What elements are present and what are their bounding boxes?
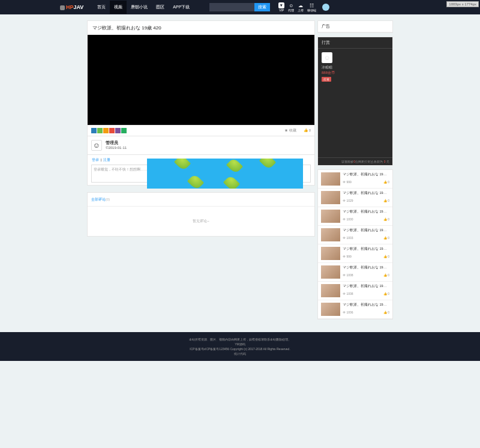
share-icon[interactable]: [115, 128, 121, 133]
comments-empty: 暂无评论~: [88, 207, 314, 236]
header-icon[interactable]: ☷移动端: [307, 2, 316, 12]
share-icon[interactable]: [91, 128, 97, 133]
view-count: 👁 1003: [343, 236, 353, 240]
like-count: 👍 0: [383, 273, 389, 277]
related-card: マジ軟派、初撮れおな 19歳 247👁 999👍 0マジ軟派、初撮れおな 19歳…: [317, 169, 393, 319]
nav-item[interactable]: APP下载: [169, 1, 194, 14]
search-input[interactable]: [209, 3, 254, 11]
author-card: 管理员 ©2019-01-11: [87, 136, 315, 155]
related-title: マジ軟派、初撮れおな 19歳 412: [343, 210, 389, 214]
logo-jav: JAV: [74, 4, 84, 10]
share-icon[interactable]: [121, 128, 127, 133]
related-thumb: [321, 228, 340, 241]
reward-footer: 该视频被0位网友打赏过,收获为 0 元: [318, 157, 392, 165]
related-item[interactable]: マジ軟派、初撮れおな 19歳 413👁 1003👍 0: [318, 226, 392, 244]
related-title: マジ軟派、初撮れおな 19歳 414: [343, 247, 389, 251]
side-ad-header: 广告: [318, 21, 392, 32]
like-count: 👍 0: [383, 255, 389, 258]
author-info: 管理员 ©2019-01-11: [106, 140, 127, 150]
view-count: 👁 1008: [343, 273, 353, 277]
ad-banner[interactable]: [147, 159, 303, 189]
nav-item[interactable]: 视频: [110, 1, 127, 14]
footer-line: 本站所有资源、图片、视频内容由网友上传，如有侵权请联系本站删除处理。: [5, 337, 475, 342]
header-icon[interactable]: ☁上传: [298, 2, 304, 12]
header-icon[interactable]: ▾VIP: [278, 2, 284, 12]
related-item[interactable]: マジ軟派、初撮れおな 19歳 414👁 999👍 0: [318, 244, 392, 263]
related-title: マジ軟派、初撮れおな 19歳 247: [343, 172, 389, 177]
search-button[interactable]: 搜索: [254, 3, 270, 11]
like-count: 👍 0: [383, 217, 389, 221]
related-thumb: [321, 191, 340, 204]
logo-icon: [60, 5, 65, 10]
related-item[interactable]: マジ軟派、初撮れおな 19歳 415👁 1006👍 0: [318, 300, 392, 319]
share-icon[interactable]: [103, 128, 109, 133]
related-title: マジ軟派、初撮れおな 19歳 417: [343, 284, 389, 288]
view-count: 👁 1029: [343, 199, 353, 202]
comments-card: 全部评论(0) 暂无评论~: [87, 192, 315, 237]
related-item[interactable]: マジ軟派、初撮れおな 19歳 247👁 999👍 0: [318, 170, 392, 189]
footer: 本站所有资源、图片、视频内容由网友上传，如有侵权请联系本站删除处理。 YM源码 …: [0, 332, 480, 361]
actions: ★ 收藏 👍 0: [284, 128, 311, 133]
like-count: 👍 0: [383, 236, 389, 240]
header-icon[interactable]: ☺代理: [288, 2, 294, 12]
author-date: ©2019-01-11: [106, 146, 127, 150]
related-item[interactable]: マジ軟派、初撮れおな 19歳 416👁 1029👍 0: [318, 189, 392, 207]
related-title: マジ軟派、初撮れおな 19歳 415: [343, 303, 389, 307]
related-thumb: [321, 247, 340, 260]
related-thumb: [321, 172, 340, 186]
user-avatar[interactable]: [322, 4, 329, 11]
footer-line: 统计代码: [5, 351, 475, 356]
view-count: 👁 1008: [343, 292, 353, 295]
view-count: 👁 1000: [343, 217, 353, 221]
related-title: マジ軟派、初撮れおな 19歳 413: [343, 228, 389, 232]
like-count: 👍 0: [383, 199, 389, 202]
nav-item[interactable]: 图区: [152, 1, 169, 14]
footer-line: ICP备案号xICP备案号123456 Copyright (c) 2017-2…: [5, 347, 475, 351]
view-count: 👁 999: [343, 255, 352, 258]
video-title: マジ軟派、初撮れおな 19歳 420: [88, 21, 314, 35]
author-name: 管理员: [106, 140, 127, 146]
header-icons: ▾VIP☺代理☁上传☷移动端: [278, 2, 316, 12]
logo-hp: HP: [66, 4, 74, 10]
register-link[interactable]: 注册: [103, 158, 110, 162]
comments-header: 全部评论(0): [88, 193, 314, 207]
like-count: 👍 0: [383, 292, 389, 295]
video-card: マジ軟派、初撮れおな 19歳 420: [87, 20, 315, 126]
view-count: 👁 999: [343, 180, 352, 184]
author-avatar[interactable]: [91, 140, 102, 151]
logo[interactable]: HPJAV: [60, 4, 83, 10]
like-count: 👍 0: [383, 180, 389, 184]
reward-button[interactable]: 打赏: [322, 77, 331, 82]
video-player[interactable]: [88, 35, 314, 125]
reward-gold: 888金币: [322, 70, 389, 76]
related-item[interactable]: マジ軟派、初撮れおな 19歳 417👁 1008👍 0: [318, 282, 392, 300]
side-ad-card: 广告: [317, 20, 393, 33]
nav-item[interactable]: 唐朝小说: [127, 1, 152, 14]
share-icons: [91, 128, 127, 133]
reward-card: 打赏 ☺ 冰糖糖 888金币 打赏 该视频被0位网友打赏过,收获为 0 元: [317, 37, 393, 166]
search-box: 搜索: [209, 3, 270, 11]
share-icon[interactable]: [109, 128, 115, 133]
related-thumb: [321, 303, 340, 316]
reward-avatar: ☺: [322, 52, 332, 63]
login-link[interactable]: 登录: [92, 158, 99, 162]
nav-item[interactable]: 首页: [93, 1, 110, 14]
view-count: 👁 1006: [343, 310, 353, 314]
related-title: マジ軟派、初撮れおな 19歳 411: [343, 265, 389, 270]
nav: 首页视频唐朝小说图区APP下载: [93, 1, 194, 14]
related-thumb: [321, 284, 340, 297]
reward-name: 冰糖糖: [322, 65, 389, 70]
related-item[interactable]: マジ軟派、初撮れおな 19歳 411👁 1008👍 0: [318, 263, 392, 282]
share-icon[interactable]: [97, 128, 103, 133]
like-button[interactable]: 👍 0: [304, 128, 311, 133]
favorite-button[interactable]: ★ 收藏: [284, 128, 296, 133]
related-title: マジ軟派、初撮れおな 19歳 416: [343, 191, 389, 195]
related-thumb: [321, 210, 340, 223]
related-thumb: [321, 265, 340, 279]
dimension-badge: 1003px x 1774px: [446, 1, 479, 7]
reward-header: 打赏: [318, 37, 392, 49]
related-item[interactable]: マジ軟派、初撮れおな 19歳 412👁 1000👍 0: [318, 207, 392, 226]
like-count: 👍 0: [383, 310, 389, 314]
share-bar: ★ 收藏 👍 0: [87, 126, 315, 136]
footer-line: YM源码: [5, 342, 475, 347]
